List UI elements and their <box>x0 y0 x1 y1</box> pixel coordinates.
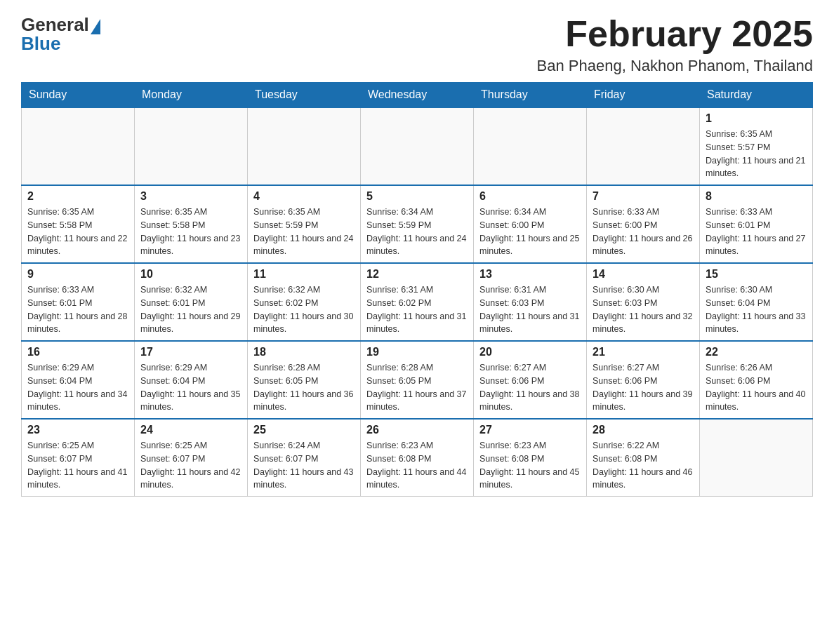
calendar-cell <box>474 107 587 185</box>
calendar-cell <box>361 107 474 185</box>
calendar-cell: 4Sunrise: 6:35 AMSunset: 5:59 PMDaylight… <box>248 185 361 263</box>
page-header: General Blue February 2025 Ban Phaeng, N… <box>21 14 813 75</box>
day-info: Sunrise: 6:28 AMSunset: 6:05 PMDaylight:… <box>253 361 355 414</box>
day-info: Sunrise: 6:34 AMSunset: 5:59 PMDaylight:… <box>366 206 468 258</box>
day-info: Sunrise: 6:33 AMSunset: 6:00 PMDaylight:… <box>593 206 694 258</box>
day-info: Sunrise: 6:23 AMSunset: 6:08 PMDaylight:… <box>479 439 581 492</box>
day-info: Sunrise: 6:28 AMSunset: 6:05 PMDaylight:… <box>366 361 468 414</box>
weekday-header-friday: Friday <box>587 83 700 108</box>
weekday-header-wednesday: Wednesday <box>361 83 474 108</box>
day-number: 28 <box>593 424 694 436</box>
day-number: 16 <box>27 346 128 358</box>
day-info: Sunrise: 6:25 AMSunset: 6:07 PMDaylight:… <box>140 439 241 492</box>
day-number: 8 <box>706 190 807 203</box>
day-number: 19 <box>366 346 468 358</box>
calendar-cell: 21Sunrise: 6:27 AMSunset: 6:06 PMDayligh… <box>587 341 700 419</box>
day-info: Sunrise: 6:35 AMSunset: 5:58 PMDaylight:… <box>140 206 241 258</box>
day-number: 20 <box>479 346 581 358</box>
day-info: Sunrise: 6:35 AMSunset: 5:58 PMDaylight:… <box>27 206 128 258</box>
day-number: 2 <box>27 190 128 203</box>
calendar-cell: 8Sunrise: 6:33 AMSunset: 6:01 PMDaylight… <box>700 185 813 263</box>
day-number: 24 <box>140 424 241 436</box>
weekday-header-row: SundayMondayTuesdayWednesdayThursdayFrid… <box>22 83 813 108</box>
calendar-cell: 23Sunrise: 6:25 AMSunset: 6:07 PMDayligh… <box>22 419 135 497</box>
calendar-table: SundayMondayTuesdayWednesdayThursdayFrid… <box>21 82 813 497</box>
day-number: 5 <box>366 190 468 203</box>
calendar-cell: 6Sunrise: 6:34 AMSunset: 6:00 PMDaylight… <box>474 185 587 263</box>
day-number: 21 <box>593 346 694 358</box>
month-title: February 2025 <box>537 14 813 54</box>
day-number: 18 <box>253 346 355 358</box>
calendar-cell: 12Sunrise: 6:31 AMSunset: 6:02 PMDayligh… <box>361 263 474 341</box>
day-info: Sunrise: 6:26 AMSunset: 6:06 PMDaylight:… <box>706 361 807 414</box>
calendar-cell <box>587 107 700 185</box>
day-info: Sunrise: 6:35 AMSunset: 5:57 PMDaylight:… <box>706 128 807 180</box>
week-row-3: 9Sunrise: 6:33 AMSunset: 6:01 PMDaylight… <box>22 263 813 341</box>
calendar-cell: 5Sunrise: 6:34 AMSunset: 5:59 PMDaylight… <box>361 185 474 263</box>
day-number: 22 <box>706 346 807 358</box>
calendar-cell: 14Sunrise: 6:30 AMSunset: 6:03 PMDayligh… <box>587 263 700 341</box>
week-row-5: 23Sunrise: 6:25 AMSunset: 6:07 PMDayligh… <box>22 419 813 497</box>
day-info: Sunrise: 6:27 AMSunset: 6:06 PMDaylight:… <box>593 361 694 414</box>
day-number: 3 <box>140 190 241 203</box>
calendar-cell <box>22 107 135 185</box>
location-title: Ban Phaeng, Nakhon Phanom, Thailand <box>537 57 813 75</box>
day-info: Sunrise: 6:32 AMSunset: 6:01 PMDaylight:… <box>140 283 241 336</box>
day-number: 4 <box>253 190 355 203</box>
calendar-cell: 26Sunrise: 6:23 AMSunset: 6:08 PMDayligh… <box>361 419 474 497</box>
weekday-header-thursday: Thursday <box>474 83 587 108</box>
calendar-cell: 15Sunrise: 6:30 AMSunset: 6:04 PMDayligh… <box>700 263 813 341</box>
calendar-cell: 11Sunrise: 6:32 AMSunset: 6:02 PMDayligh… <box>248 263 361 341</box>
calendar-cell: 7Sunrise: 6:33 AMSunset: 6:00 PMDaylight… <box>587 185 700 263</box>
week-row-4: 16Sunrise: 6:29 AMSunset: 6:04 PMDayligh… <box>22 341 813 419</box>
weekday-header-tuesday: Tuesday <box>248 83 361 108</box>
calendar-cell <box>248 107 361 185</box>
day-info: Sunrise: 6:35 AMSunset: 5:59 PMDaylight:… <box>253 206 355 258</box>
week-row-2: 2Sunrise: 6:35 AMSunset: 5:58 PMDaylight… <box>22 185 813 263</box>
day-number: 17 <box>140 346 241 358</box>
day-number: 26 <box>366 424 468 436</box>
day-number: 7 <box>593 190 694 203</box>
day-info: Sunrise: 6:30 AMSunset: 6:04 PMDaylight:… <box>706 283 807 336</box>
day-number: 25 <box>253 424 355 436</box>
day-info: Sunrise: 6:33 AMSunset: 6:01 PMDaylight:… <box>27 283 128 336</box>
day-number: 12 <box>366 268 468 281</box>
calendar-cell: 18Sunrise: 6:28 AMSunset: 6:05 PMDayligh… <box>248 341 361 419</box>
weekday-header-monday: Monday <box>135 83 248 108</box>
day-info: Sunrise: 6:30 AMSunset: 6:03 PMDaylight:… <box>593 283 694 336</box>
day-info: Sunrise: 6:27 AMSunset: 6:06 PMDaylight:… <box>479 361 581 414</box>
title-section: February 2025 Ban Phaeng, Nakhon Phanom,… <box>537 14 813 75</box>
logo-blue-text: Blue <box>21 33 60 55</box>
day-number: 27 <box>479 424 581 436</box>
calendar-cell: 17Sunrise: 6:29 AMSunset: 6:04 PMDayligh… <box>135 341 248 419</box>
calendar-cell: 1Sunrise: 6:35 AMSunset: 5:57 PMDaylight… <box>700 107 813 185</box>
calendar-cell <box>135 107 248 185</box>
calendar-cell: 24Sunrise: 6:25 AMSunset: 6:07 PMDayligh… <box>135 419 248 497</box>
day-number: 15 <box>706 268 807 281</box>
logo-triangle-icon <box>91 19 100 34</box>
week-row-1: 1Sunrise: 6:35 AMSunset: 5:57 PMDaylight… <box>22 107 813 185</box>
day-info: Sunrise: 6:24 AMSunset: 6:07 PMDaylight:… <box>253 439 355 492</box>
day-number: 23 <box>27 424 128 436</box>
day-info: Sunrise: 6:31 AMSunset: 6:02 PMDaylight:… <box>366 283 468 336</box>
day-info: Sunrise: 6:22 AMSunset: 6:08 PMDaylight:… <box>593 439 694 492</box>
calendar-cell: 20Sunrise: 6:27 AMSunset: 6:06 PMDayligh… <box>474 341 587 419</box>
weekday-header-sunday: Sunday <box>22 83 135 108</box>
calendar-cell: 16Sunrise: 6:29 AMSunset: 6:04 PMDayligh… <box>22 341 135 419</box>
weekday-header-saturday: Saturday <box>700 83 813 108</box>
day-info: Sunrise: 6:29 AMSunset: 6:04 PMDaylight:… <box>27 361 128 414</box>
day-number: 14 <box>593 268 694 281</box>
day-info: Sunrise: 6:23 AMSunset: 6:08 PMDaylight:… <box>366 439 468 492</box>
day-number: 10 <box>140 268 241 281</box>
day-info: Sunrise: 6:32 AMSunset: 6:02 PMDaylight:… <box>253 283 355 336</box>
calendar-cell: 27Sunrise: 6:23 AMSunset: 6:08 PMDayligh… <box>474 419 587 497</box>
day-number: 1 <box>706 112 807 125</box>
calendar-cell: 13Sunrise: 6:31 AMSunset: 6:03 PMDayligh… <box>474 263 587 341</box>
day-info: Sunrise: 6:31 AMSunset: 6:03 PMDaylight:… <box>479 283 581 336</box>
calendar-cell <box>700 419 813 497</box>
calendar-cell: 10Sunrise: 6:32 AMSunset: 6:01 PMDayligh… <box>135 263 248 341</box>
calendar-cell: 2Sunrise: 6:35 AMSunset: 5:58 PMDaylight… <box>22 185 135 263</box>
logo: General Blue <box>21 14 100 55</box>
day-number: 9 <box>27 268 128 281</box>
calendar-cell: 9Sunrise: 6:33 AMSunset: 6:01 PMDaylight… <box>22 263 135 341</box>
